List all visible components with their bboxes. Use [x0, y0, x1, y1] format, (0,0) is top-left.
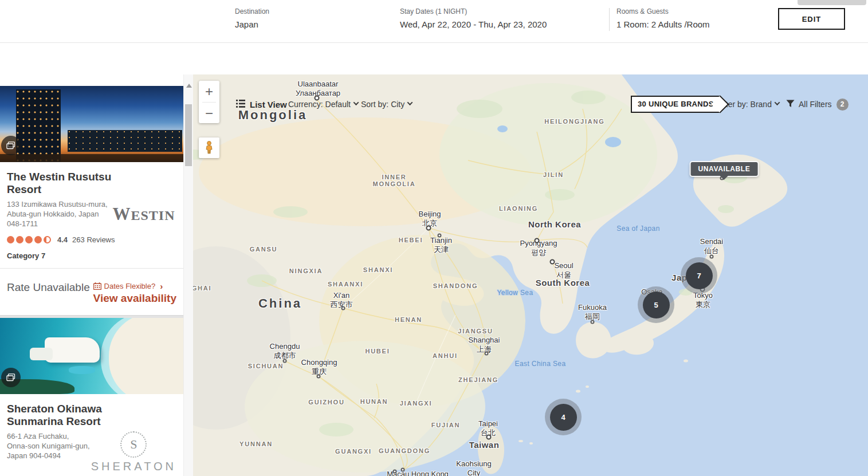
map-zoom-control: + − — [199, 81, 219, 123]
destination-label: Destination — [235, 7, 269, 15]
map-city-marker — [426, 226, 431, 231]
reviews-link[interactable]: 263 Reviews — [72, 235, 115, 244]
hotel-results-list: The Westin Rusutsu Resort 133 Izumikawa … — [0, 74, 183, 476]
dates-flexible-label: Dates Flexible? — [104, 282, 156, 290]
chevron-down-icon — [353, 100, 359, 105]
rating-bubble-partial — [44, 236, 51, 243]
list-view-label: List View — [250, 100, 287, 109]
hotel-photo[interactable] — [0, 318, 183, 394]
hotel-rating: 4.4 263 Reviews — [7, 235, 176, 244]
dates-flexible-link[interactable]: Dates Flexible? › — [93, 281, 176, 291]
list-view-icon — [236, 100, 245, 109]
scrollbar-thumb[interactable] — [185, 104, 192, 166]
sort-by-dropdown[interactable]: Sort by: City — [361, 97, 412, 111]
rooms-guests-field: Rooms & Guests 1 Room: 2 Adults /Room — [616, 7, 710, 29]
hotel-address: 133 Izumikawa Rusutsu-mura, Abuta-gun Ho… — [7, 199, 111, 229]
hotel-address: 66-1 Aza Fuchaku, Onna-son Kunigami-gun,… — [7, 431, 91, 473]
hotel-category: Category 7 — [7, 251, 176, 268]
cluster-count: 7 — [686, 262, 713, 289]
chevron-down-icon — [407, 100, 413, 105]
rate-status: Rate Unavailable — [7, 281, 90, 305]
map-city-marker — [317, 375, 321, 379]
unique-brands-banner: 30 UNIQUE BRANDS — [631, 96, 721, 113]
search-summary-header: Destination Japan Stay Dates (1 NIGHT) W… — [0, 0, 868, 43]
map-city-marker — [535, 238, 540, 243]
sheraton-wordmark: SHERATON — [91, 460, 176, 473]
pegman-icon — [205, 141, 214, 155]
rooms-guests-label: Rooms & Guests — [616, 7, 710, 15]
clipped-tooltip-top — [798, 0, 866, 5]
stay-dates-field: Stay Dates (1 NIGHT) Wed, Apr 22, 2020 -… — [400, 7, 547, 29]
all-filters-button[interactable]: All Filters 2 — [786, 97, 849, 111]
destination-value: Japan — [235, 19, 269, 29]
map-city-marker — [341, 306, 345, 310]
photo-building — [68, 130, 182, 152]
photo-gallery-button[interactable] — [1, 368, 21, 387]
map-city-marker — [486, 435, 492, 440]
all-filters-label: All Filters — [799, 100, 832, 109]
rating-bubble — [25, 236, 33, 243]
rate-section: Rate Unavailable Dates Flexible? › View … — [0, 269, 183, 315]
zoom-in-button[interactable]: + — [199, 81, 219, 102]
hotel-search-page: Destination Japan Stay Dates (1 NIGHT) W… — [0, 0, 868, 476]
photo-beach — [109, 318, 183, 394]
map-city-marker — [401, 468, 405, 472]
results-toolbar: List View Currency: Default Sort by: Cit… — [0, 43, 868, 74]
currency-dropdown[interactable]: Currency: Default — [288, 97, 358, 111]
header-divider — [609, 8, 610, 31]
stay-dates-label: Stay Dates (1 NIGHT) — [400, 7, 547, 15]
rooms-guests-value: 1 Room: 2 Adults /Room — [616, 19, 710, 29]
brand-logo-sheraton: S SHERATON — [91, 431, 176, 473]
rating-bubble — [34, 236, 42, 243]
map-cluster-marker[interactable]: 4 — [545, 399, 582, 435]
street-view-pegman-button[interactable] — [199, 137, 219, 158]
photo-pool — [69, 366, 95, 374]
rating-bubble — [16, 236, 23, 243]
map-city-marker — [438, 234, 442, 238]
sort-by-label: Sort by: City — [361, 100, 404, 109]
list-view-toggle[interactable]: List View — [236, 97, 287, 111]
hotel-photo[interactable] — [0, 86, 183, 162]
hotel-card-sheraton: Sheraton Okinawa Sunmarina Resort 66-1 A… — [0, 318, 183, 476]
currency-label: Currency: Default — [288, 100, 351, 109]
destination-field: Destination Japan — [235, 7, 269, 29]
zoom-out-button[interactable]: − — [199, 103, 219, 124]
map-city-marker — [710, 255, 714, 259]
hotel-name[interactable]: The Westin Rusutsu Resort — [7, 171, 139, 196]
sheraton-emblem-icon: S — [120, 431, 147, 458]
edit-search-button[interactable]: EDIT — [778, 8, 845, 30]
photo-gallery-button[interactable] — [1, 136, 21, 155]
active-filters-count-badge: 2 — [836, 99, 849, 111]
scroll-up-arrow[interactable] — [186, 84, 192, 88]
map-city-marker — [591, 320, 595, 324]
rating-value: 4.4 — [57, 235, 68, 244]
hotel-name[interactable]: Sheraton Okinawa Sunmarina Resort — [7, 403, 139, 428]
hotel-card-westin: The Westin Rusutsu Resort 133 Izumikawa … — [0, 86, 183, 315]
sidebar-scrollbar[interactable] — [183, 74, 193, 476]
filter-funnel-icon — [786, 100, 795, 109]
calendar-icon — [93, 282, 101, 290]
map-city-marker — [550, 259, 555, 265]
map-city-marker — [393, 470, 397, 474]
view-availability-link[interactable]: View availability — [93, 292, 176, 305]
stay-dates-value: Wed, Apr 22, 2020 - Thu, Apr 23, 2020 — [400, 19, 547, 29]
photo-foreground — [0, 154, 183, 162]
brand-logo-westin: WESTIN — [111, 199, 176, 229]
chevron-right-icon: › — [160, 281, 163, 291]
photo-building — [16, 89, 61, 162]
map-city-marker — [283, 359, 287, 363]
map-cluster-marker[interactable]: 7 — [681, 257, 717, 294]
cluster-count: 4 — [550, 404, 577, 431]
gallery-icon — [6, 373, 15, 381]
unavailable-tooltip: UNAVAILABLE — [691, 162, 758, 176]
results-map[interactable]: Ulaanbaatar УлаанбаатарMongoliaHEILONGJI… — [193, 74, 868, 476]
map-city-marker — [485, 352, 489, 356]
map-cluster-marker[interactable]: 5 — [638, 286, 674, 323]
photo-building — [45, 337, 100, 363]
cluster-count: 5 — [643, 292, 670, 318]
map-base-layer — [193, 74, 868, 476]
rating-bubble — [7, 236, 14, 243]
chevron-down-icon — [774, 100, 780, 105]
gallery-icon — [6, 141, 15, 150]
